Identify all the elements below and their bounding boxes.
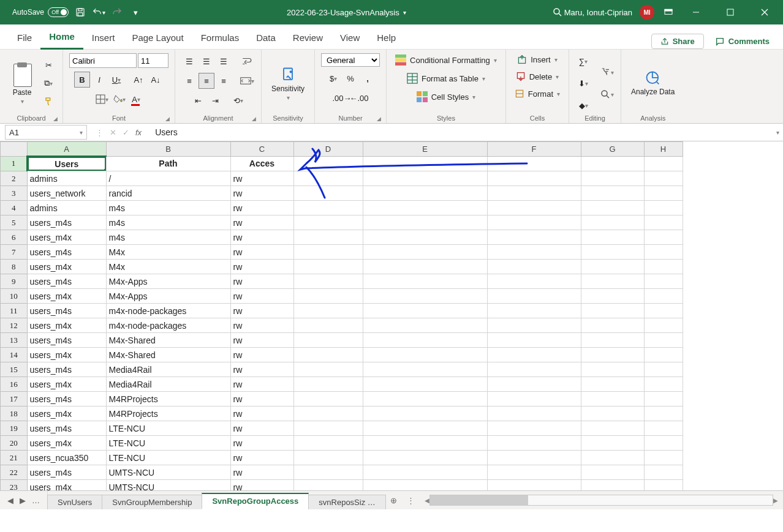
fill-color-button[interactable]: ▾	[111, 91, 127, 107]
cell-H14[interactable]	[644, 348, 683, 362]
cell-H7[interactable]	[644, 245, 683, 260]
cell-D22[interactable]	[293, 465, 363, 480]
undo-icon[interactable]: ▾	[92, 6, 105, 19]
align-top-button[interactable]: ☰	[181, 53, 197, 69]
cell-A12[interactable]: users_m4x	[27, 318, 106, 333]
cell-A9[interactable]: users_m4s	[27, 274, 106, 289]
avatar[interactable]: MI	[640, 5, 654, 20]
cell-D19[interactable]	[293, 421, 363, 436]
row-header-22[interactable]: 22	[1, 465, 28, 480]
cell-G3[interactable]	[581, 186, 644, 201]
align-middle-button[interactable]: ☰	[199, 53, 214, 69]
row-header-17[interactable]: 17	[1, 392, 28, 406]
search-icon[interactable]	[551, 6, 564, 19]
cell-B11[interactable]: m4x-node-packages	[106, 304, 230, 318]
cell-A23[interactable]: users_m4x	[27, 480, 106, 491]
user-name[interactable]: Maru, Ionut-Ciprian	[564, 8, 632, 17]
cell-D8[interactable]	[293, 260, 363, 274]
decrease-font-button[interactable]: A↓	[148, 72, 164, 88]
cell-B8[interactable]: M4x	[106, 260, 230, 274]
fill-button[interactable]: ⬇▾	[575, 75, 591, 91]
cell-B20[interactable]: LTE-NCU	[106, 436, 230, 451]
cell-B15[interactable]: Media4Rail	[106, 362, 230, 377]
cell-E5[interactable]	[363, 215, 487, 230]
align-bottom-button[interactable]: ☰	[216, 53, 232, 69]
cell-A17[interactable]: users_m4s	[27, 392, 106, 406]
cell-G14[interactable]	[581, 348, 644, 362]
cell-D13[interactable]	[293, 333, 363, 348]
cell-F3[interactable]	[487, 186, 581, 201]
formula-input[interactable]: Users	[150, 127, 776, 137]
cell-E17[interactable]	[363, 392, 487, 406]
cell-E10[interactable]	[363, 289, 487, 304]
horizontal-scrollbar[interactable]: ◀ ▶	[420, 491, 783, 509]
cell-B12[interactable]: m4x-node-packages	[106, 318, 230, 333]
cell-H15[interactable]	[644, 362, 683, 377]
sheet-tab-svnrepogroupaccess[interactable]: SvnRepoGroupAccess	[202, 493, 309, 509]
cell-B6[interactable]: m4s	[106, 230, 230, 245]
sheet-menu-button[interactable]: …	[32, 496, 40, 505]
align-right-button[interactable]: ≡	[216, 73, 232, 89]
sensitivity-button[interactable]: Sensitivity▾	[268, 64, 308, 103]
fx-icon[interactable]: fx	[135, 128, 142, 137]
orientation-button[interactable]: ⟲▾	[230, 92, 246, 108]
cell-E1[interactable]	[363, 156, 487, 171]
borders-button[interactable]: ▾	[94, 91, 110, 107]
cell-E19[interactable]	[363, 421, 487, 436]
analyze-data-button[interactable]: Analyze Data	[627, 67, 678, 99]
wrap-text-button[interactable]	[239, 53, 255, 69]
cell-F23[interactable]	[487, 480, 581, 491]
cell-B4[interactable]: m4s	[106, 201, 230, 215]
sheet-prev-button[interactable]: ◀	[7, 496, 13, 505]
tab-file[interactable]: File	[9, 28, 40, 49]
cell-C1[interactable]: Acces	[230, 156, 293, 171]
cell-E23[interactable]	[363, 480, 487, 491]
cell-D1[interactable]	[293, 156, 363, 171]
cell-E18[interactable]	[363, 406, 487, 421]
cell-H1[interactable]	[644, 156, 683, 171]
col-header-G[interactable]: G	[581, 142, 644, 157]
cell-D9[interactable]	[293, 274, 363, 289]
cell-H21[interactable]	[644, 451, 683, 465]
cell-B9[interactable]: M4x-Apps	[106, 274, 230, 289]
cell-H5[interactable]	[644, 215, 683, 230]
cell-styles-button[interactable]: Cell Styles▾	[414, 90, 478, 103]
col-header-D[interactable]: D	[293, 142, 363, 157]
row-header-14[interactable]: 14	[1, 348, 28, 362]
cell-A10[interactable]: users_m4x	[27, 289, 106, 304]
tab-view[interactable]: View	[331, 28, 368, 49]
cell-H23[interactable]	[644, 480, 683, 491]
cell-C17[interactable]: rw	[230, 392, 293, 406]
cell-E2[interactable]	[363, 171, 487, 186]
format-painter-button[interactable]	[40, 94, 56, 110]
percent-format-button[interactable]: %	[342, 70, 358, 86]
cell-F9[interactable]	[487, 274, 581, 289]
cell-B1[interactable]: Path	[106, 156, 230, 171]
cell-E8[interactable]	[363, 260, 487, 274]
cell-D4[interactable]	[293, 201, 363, 215]
cut-button[interactable]: ✂	[40, 57, 56, 73]
tab-review[interactable]: Review	[284, 28, 331, 49]
cell-F14[interactable]	[487, 348, 581, 362]
increase-font-button[interactable]: A↑	[130, 72, 146, 88]
cell-G10[interactable]	[581, 289, 644, 304]
row-header-8[interactable]: 8	[1, 260, 28, 274]
col-header-C[interactable]: C	[230, 142, 293, 157]
cell-C2[interactable]: rw	[230, 171, 293, 186]
row-header-18[interactable]: 18	[1, 406, 28, 421]
cell-G12[interactable]	[581, 318, 644, 333]
cell-E4[interactable]	[363, 201, 487, 215]
row-header-4[interactable]: 4	[1, 201, 28, 215]
cell-D16[interactable]	[293, 377, 363, 392]
cell-E13[interactable]	[363, 333, 487, 348]
row-header-11[interactable]: 11	[1, 304, 28, 318]
ribbon-display-icon[interactable]	[662, 6, 675, 19]
accounting-format-button[interactable]: $▾	[325, 70, 341, 86]
cell-C12[interactable]: rw	[230, 318, 293, 333]
cell-C20[interactable]: rw	[230, 436, 293, 451]
decrease-indent-button[interactable]: ⇤	[190, 92, 206, 108]
cell-C7[interactable]: rw	[230, 245, 293, 260]
add-sheet-button[interactable]: ⊕	[386, 491, 402, 509]
decrease-decimal-button[interactable]: ←.00	[351, 90, 367, 106]
font-family-select[interactable]	[69, 53, 137, 68]
